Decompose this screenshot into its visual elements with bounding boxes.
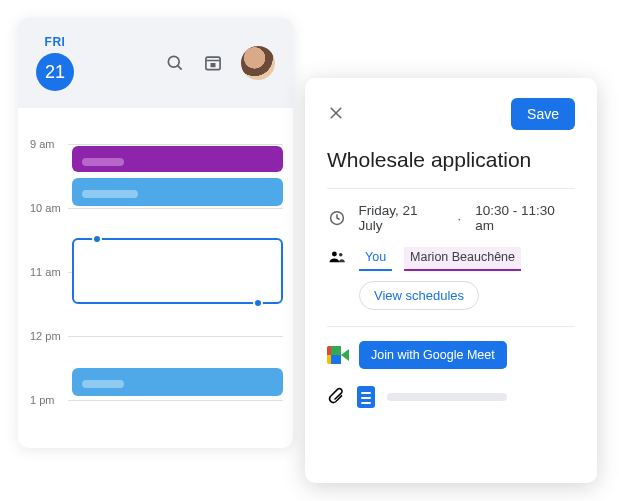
calendar-event-purple[interactable] bbox=[72, 146, 283, 172]
event-title-placeholder bbox=[82, 380, 124, 388]
avatar[interactable] bbox=[241, 46, 275, 80]
resize-handle-bottom[interactable] bbox=[253, 298, 263, 308]
svg-rect-4 bbox=[211, 63, 216, 67]
event-title-placeholder bbox=[82, 190, 138, 198]
day-of-week-label: FRI bbox=[45, 35, 66, 49]
google-docs-icon[interactable] bbox=[357, 386, 375, 408]
separator-dot: · bbox=[457, 211, 461, 226]
svg-line-1 bbox=[178, 66, 182, 70]
time-label: 1 pm bbox=[30, 394, 54, 406]
attachment-row[interactable] bbox=[327, 385, 575, 409]
today-calendar-icon[interactable] bbox=[203, 53, 223, 73]
close-icon[interactable] bbox=[327, 104, 345, 125]
guests-row[interactable]: You Marion Beauchêne bbox=[327, 247, 575, 271]
hour-line bbox=[68, 144, 283, 145]
event-time-text: 10:30 - 11:30 am bbox=[475, 203, 575, 233]
day-indicator[interactable]: FRI 21 bbox=[36, 35, 74, 91]
guest-chip-other[interactable]: Marion Beauchêne bbox=[404, 247, 521, 271]
calendar-event-blue[interactable] bbox=[72, 178, 283, 206]
resize-handle-top[interactable] bbox=[92, 234, 102, 244]
event-time-row[interactable]: Friday, 21 July · 10:30 - 11:30 am bbox=[327, 203, 575, 233]
hour-line bbox=[68, 208, 283, 209]
event-title-input[interactable]: Wholesale application bbox=[327, 148, 575, 172]
view-schedules-button[interactable]: View schedules bbox=[359, 281, 479, 310]
calendar-grid[interactable]: 9 am 10 am 11 am 12 pm 1 pm bbox=[18, 108, 293, 448]
people-icon bbox=[327, 248, 347, 270]
join-meet-button[interactable]: Join with Google Meet bbox=[359, 341, 507, 369]
attachment-icon bbox=[327, 385, 345, 409]
calendar-event-blue[interactable] bbox=[72, 368, 283, 396]
google-meet-icon bbox=[327, 346, 349, 364]
time-label: 12 pm bbox=[30, 330, 61, 342]
event-date-text: Friday, 21 July bbox=[359, 203, 444, 233]
hour-line bbox=[68, 400, 283, 401]
time-label: 9 am bbox=[30, 138, 54, 150]
svg-point-9 bbox=[339, 253, 343, 257]
time-label: 10 am bbox=[30, 202, 61, 214]
time-label: 11 am bbox=[30, 266, 61, 278]
svg-point-0 bbox=[168, 56, 179, 67]
divider bbox=[327, 188, 575, 189]
guest-chip-you[interactable]: You bbox=[359, 247, 392, 271]
clock-icon bbox=[327, 209, 347, 227]
save-button[interactable]: Save bbox=[511, 98, 575, 130]
search-icon[interactable] bbox=[165, 53, 185, 73]
divider bbox=[327, 326, 575, 327]
hour-line bbox=[68, 336, 283, 337]
event-detail-panel: Save Wholesale application Friday, 21 Ju… bbox=[305, 78, 597, 483]
new-event-slot[interactable] bbox=[72, 238, 283, 304]
google-meet-row: Join with Google Meet bbox=[327, 341, 575, 369]
svg-point-8 bbox=[332, 252, 337, 257]
attachment-name-placeholder bbox=[387, 393, 507, 401]
calendar-day-card: FRI 21 9 am 10 am 11 am 12 pm 1 pm bbox=[18, 18, 293, 448]
event-title-placeholder bbox=[82, 158, 124, 166]
calendar-header: FRI 21 bbox=[18, 18, 293, 108]
day-number-circle: 21 bbox=[36, 53, 74, 91]
